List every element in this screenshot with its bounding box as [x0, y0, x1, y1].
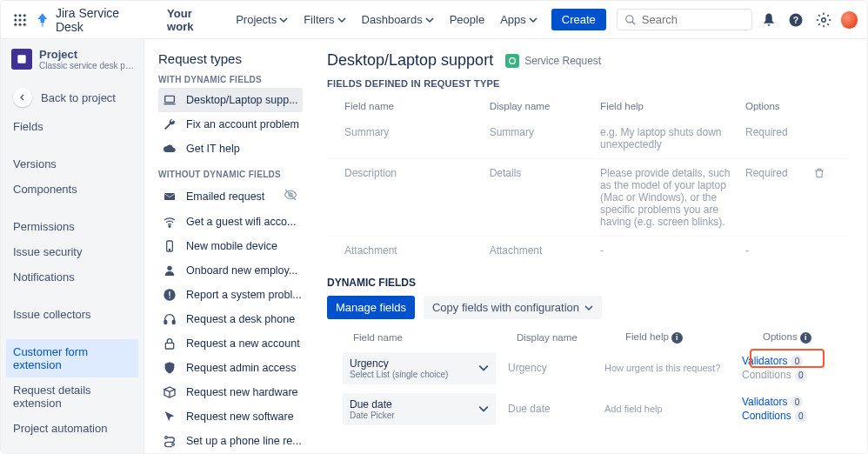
- svg-point-12: [822, 17, 826, 22]
- nav-people[interactable]: People: [444, 10, 490, 30]
- request-type-item[interactable]: New mobile device: [158, 234, 303, 258]
- service-request-icon: [505, 54, 519, 68]
- sidebar-permissions[interactable]: Permissions: [1, 214, 144, 239]
- col-display-name: Display name: [490, 101, 600, 111]
- request-type-label: Request admin access: [186, 362, 296, 374]
- request-type-item[interactable]: Request new hardware: [158, 380, 303, 404]
- dynamic-field-row: Due dateDate Picker Due date Add field h…: [327, 393, 848, 425]
- settings-icon[interactable]: [812, 9, 834, 31]
- top-nav: Jira Service Desk Your work Projects Fil…: [1, 1, 867, 39]
- svg-point-4: [18, 18, 21, 21]
- request-type-item[interactable]: Set up a phone line re...: [158, 429, 303, 453]
- chevron-down-icon: [584, 304, 593, 312]
- project-title: Project: [39, 48, 135, 61]
- svg-rect-13: [17, 55, 25, 63]
- dynamic-field-row: UrgencySelect List (single choice) Urgen…: [327, 352, 848, 384]
- route-icon: [162, 434, 177, 448]
- svg-point-7: [18, 23, 21, 25]
- validators-count: 0: [791, 396, 803, 408]
- dyn-col-options: Optionsi: [763, 331, 811, 344]
- mail-icon: [162, 190, 177, 204]
- help-icon[interactable]: ?: [785, 9, 807, 31]
- request-type-item[interactable]: Desktop/Laptop supp...: [158, 88, 303, 112]
- conditions-link[interactable]: Conditions: [742, 369, 791, 381]
- nav-projects[interactable]: Projects: [230, 10, 293, 30]
- request-type-label: Request a desk phone: [186, 313, 295, 325]
- validators-link[interactable]: Validators: [742, 355, 787, 367]
- manage-fields-button[interactable]: Manage fields: [327, 296, 415, 319]
- field-expand-box[interactable]: UrgencySelect List (single choice): [343, 352, 496, 384]
- svg-rect-23: [169, 297, 170, 298]
- field-help: -: [600, 244, 745, 257]
- nav-filters[interactable]: Filters: [298, 10, 351, 30]
- svg-point-17: [169, 225, 170, 227]
- notifications-icon[interactable]: [758, 9, 779, 31]
- project-sidebar: Project Classic service desk proj... Bac…: [1, 39, 144, 454]
- defined-fields-caption: FIELDS DEFINED IN REQUEST TYPE: [327, 78, 848, 89]
- request-type-label: Set up a phone line re...: [186, 435, 302, 447]
- page-title: Desktop/Laptop support: [327, 51, 493, 70]
- sidebar-request-details-extension[interactable]: Request details extension: [1, 377, 144, 416]
- request-type-item[interactable]: Emailed request: [158, 183, 303, 210]
- field-name: Attachment: [344, 244, 490, 257]
- request-type-item[interactable]: Onboard new employ...: [158, 258, 303, 283]
- delete-icon[interactable]: [813, 170, 825, 182]
- request-type-label: Get IT help: [186, 143, 240, 155]
- dyn-display-name: Urgency: [496, 362, 604, 374]
- user-avatar[interactable]: [840, 10, 859, 30]
- service-request-badge: Service Request: [505, 54, 601, 68]
- dyn-display-name: Due date: [496, 403, 604, 415]
- svg-point-1: [18, 14, 21, 17]
- field-options: -: [745, 244, 813, 257]
- phone-icon: [162, 239, 177, 253]
- request-type-item[interactable]: Request admin access: [158, 356, 303, 380]
- col-options: Options: [745, 101, 813, 111]
- conditions-count: 0: [795, 370, 807, 382]
- request-type-label: Fix an account problem: [186, 118, 299, 130]
- dyn-field-help[interactable]: Add field help: [604, 404, 742, 414]
- nav-apps[interactable]: Apps: [495, 10, 543, 30]
- product-logo[interactable]: Jira Service Desk: [35, 6, 148, 34]
- request-type-item[interactable]: Request a new account: [158, 331, 303, 356]
- sidebar-issue-security[interactable]: Issue security: [1, 239, 144, 264]
- back-to-project[interactable]: Back to project: [1, 81, 144, 114]
- svg-rect-26: [165, 343, 173, 349]
- request-type-item[interactable]: Request new software: [158, 404, 303, 429]
- project-subtitle: Classic service desk proj...: [39, 61, 135, 70]
- hidden-icon: [284, 188, 297, 204]
- request-type-item[interactable]: Request a desk phone: [158, 307, 303, 331]
- copy-fields-button[interactable]: Copy fields with configuration: [424, 296, 602, 319]
- svg-point-6: [14, 23, 17, 25]
- search-box[interactable]: [617, 9, 753, 30]
- validators-count: 0: [791, 355, 803, 367]
- app-switcher-icon[interactable]: [10, 10, 30, 30]
- info-icon[interactable]: i: [671, 332, 683, 344]
- svg-point-28: [172, 444, 175, 446]
- field-row: Attachment Attachment - -: [327, 236, 848, 264]
- nav-your-work[interactable]: Your work: [162, 3, 225, 37]
- validators-link[interactable]: Validators: [742, 396, 787, 408]
- request-type-label: Report a system probl...: [186, 289, 302, 301]
- request-type-item[interactable]: Get IT help: [158, 137, 303, 161]
- request-type-item[interactable]: Fix an account problem: [158, 112, 303, 137]
- request-type-item[interactable]: Get a guest wifi acco...: [158, 210, 303, 234]
- request-type-label: Emailed request: [186, 190, 264, 203]
- sidebar-notifications[interactable]: Notifications: [1, 264, 144, 290]
- conditions-link[interactable]: Conditions: [742, 410, 791, 422]
- field-expand-box[interactable]: Due dateDate Picker: [343, 393, 496, 425]
- dyn-field-help[interactable]: How urgent is this request?: [604, 363, 742, 373]
- sidebar-versions[interactable]: Versions: [1, 151, 144, 177]
- request-type-item[interactable]: Report a system probl...: [158, 283, 303, 307]
- sidebar-issue-collectors[interactable]: Issue collectors: [1, 302, 144, 327]
- search-input[interactable]: [642, 13, 729, 26]
- svg-text:?: ?: [793, 14, 798, 24]
- create-button[interactable]: Create: [551, 9, 606, 30]
- sidebar-project-automation[interactable]: Project automation: [1, 416, 144, 441]
- request-types-list: Request types WITH DYNAMIC FIELDS Deskto…: [144, 39, 310, 454]
- sidebar-customer-form-extension[interactable]: Customer form extension: [6, 339, 138, 377]
- sidebar-components[interactable]: Components: [1, 177, 144, 202]
- nav-dashboards[interactable]: Dashboards: [357, 10, 439, 30]
- info-icon[interactable]: i: [800, 332, 811, 344]
- sidebar-fields[interactable]: Fields: [1, 114, 144, 139]
- wifi-icon: [162, 215, 177, 229]
